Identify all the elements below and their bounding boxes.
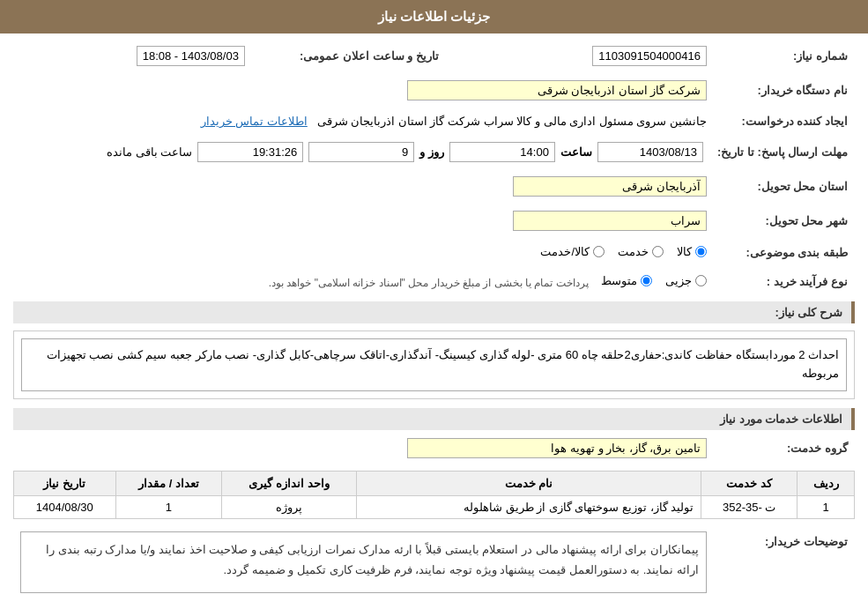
info-table-row6: شهر محل تحویل: سراب [13,207,855,234]
creator-link[interactable]: اطلاعات تماس خریدار [201,115,308,128]
buyer-org-label: نام دستگاه خریدار: [714,77,855,104]
info-table-row4: مهلت ارسال پاسخ: تا تاریخ: 1403/08/13 سا… [13,138,855,166]
category-label: طبقه بندی موضوعی: [714,241,855,264]
province-display: آذربایجان شرقی [513,176,707,197]
page-title: جزئیات اطلاعات نیاز [378,9,490,24]
info-table-row7: طبقه بندی موضوعی: کالا خدمت [13,241,855,264]
creator-label: ایجاد کننده درخواست: [714,111,855,131]
buyer-org-value: شرکت گاز استان اذربایجان شرقی [13,77,714,104]
announcement-display: 1403/08/03 - 18:08 [137,46,245,66]
need-number-value: 1103091504000416 [464,42,714,70]
province-label: استان محل تحویل: [714,173,855,200]
info-table-row1: شماره نیاز: 1103091504000416 تاریخ و ساع… [13,42,855,70]
purchase-radio-jozi[interactable]: جزیی [665,274,707,287]
services-table: ردیف کد خدمت نام خدمت واحد اندازه گیری ت… [13,471,855,519]
info-table-row5: استان محل تحویل: آذربایجان شرقی [13,173,855,200]
deadline-days-label: روز و [419,145,444,159]
city-display: سراب [513,211,707,231]
purchase-motavasset-label: متوسط [601,274,637,287]
description-section: احداث 2 موردابستگاه حفاظت کاندی:حفاری2حل… [13,330,855,399]
creator-display: جانشین سروی مسئول اداری مالی و کالا سراب… [317,115,707,128]
category-radio-kala-khedmat[interactable]: کالا/خدمت [540,245,605,258]
cell-unit: پروژه [222,496,356,519]
col-row: ردیف [798,472,855,496]
category-radio-khedmat[interactable]: خدمت [618,245,664,258]
purchase-type-options: جزیی متوسط پرداخت تمام یا بخشی از مبلغ خ… [13,271,714,293]
announcement-label: تاریخ و ساعت اعلان عمومی: [252,42,446,70]
deadline-remaining: 19:31:26 [197,142,303,162]
cell-service-code: ت -35-352 [701,496,798,519]
deadline-value: 1403/08/13 ساعت 14:00 روز و 9 19:31:26 س… [13,138,710,166]
category-khedmat-label: خدمت [618,245,649,258]
purchase-type-label: نوع فرآیند خرید : [714,271,855,293]
purchase-note: پرداخت تمام یا بخشی از مبلغ خریدار محل "… [269,277,589,289]
info-table-row3: ایجاد کننده درخواست: جانشین سروی مسئول ا… [13,111,855,131]
announcement-value: 1403/08/03 - 18:08 [13,42,252,70]
page-container: جزئیات اطلاعات نیاز شماره نیاز: 11030915… [0,0,868,609]
category-kala-khedmat-label: کالا/خدمت [540,245,590,258]
col-unit: واحد اندازه گیری [222,472,356,496]
creator-value: جانشین سروی مسئول اداری مالی و کالا سراب… [13,111,714,131]
need-number-label: شماره نیاز: [714,42,855,70]
info-table-row8: نوع فرآیند خرید : جزیی متوسط پرداخت [13,271,855,293]
description-section-title: شرح کلی نیاز: [13,301,855,323]
purchase-radio-motavasset[interactable]: متوسط [601,274,652,287]
deadline-time: 14:00 [449,142,555,162]
notes-text: پیمانکاران برای ارائه پیشنهاد مالی در اس… [20,531,707,593]
table-row: 1 ت -35-352 تولید گاز، توزیع سوختهای گاز… [14,496,855,519]
deadline-date: 1403/08/13 [597,142,703,162]
service-group-label: گروه خدمت: [714,434,855,462]
city-label: شهر محل تحویل: [714,207,855,234]
deadline-time-label: ساعت [560,145,592,159]
city-value: سراب [13,207,714,234]
category-radio-kala[interactable]: کالا [677,245,707,258]
cell-service-name: تولید گاز، توزیع سوختهای گازی از طریق شا… [356,496,701,519]
notes-table: توضیحات خریدار: پیمانکاران برای ارائه پی… [13,528,855,597]
buyer-org-display: شرکت گاز استان اذربایجان شرقی [407,80,707,100]
cell-quantity: 1 [115,496,222,519]
info-table-row2: نام دستگاه خریدار: شرکت گاز استان اذربای… [13,77,855,104]
deadline-days: 9 [308,142,414,162]
col-service-name: نام خدمت [356,472,701,496]
notes-label: توضیحات خریدار: [714,528,855,597]
service-group-display: تامین برق، گاز، بخار و تهویه هوا [407,438,707,458]
service-group-value: تامین برق، گاز، بخار و تهویه هوا [13,434,714,462]
province-value: آذربایجان شرقی [13,173,714,200]
page-header: جزئیات اطلاعات نیاز [0,0,868,33]
need-number-display: 1103091504000416 [592,46,707,66]
deadline-remaining-label: ساعت باقی مانده [107,145,192,159]
cell-row: 1 [798,496,855,519]
category-options: کالا خدمت کالا/خدمت [13,241,714,264]
category-kala-label: کالا [677,245,692,258]
cell-date: 1404/08/30 [14,496,116,519]
description-text: احداث 2 موردابستگاه حفاظت کاندی:حفاری2حل… [21,338,847,391]
col-date: تاریخ نیاز [14,472,116,496]
col-service-code: کد خدمت [701,472,798,496]
services-section-title: اطلاعات خدمات مورد نیاز [13,408,855,430]
deadline-label: مهلت ارسال پاسخ: تا تاریخ: [710,138,855,166]
notes-value: پیمانکاران برای ارائه پیشنهاد مالی در اس… [13,528,714,597]
purchase-jozi-label: جزیی [665,274,692,287]
col-quantity: تعداد / مقدار [115,472,222,496]
service-group-table: گروه خدمت: تامین برق، گاز، بخار و تهویه … [13,434,855,462]
content-area: شماره نیاز: 1103091504000416 تاریخ و ساع… [0,33,868,609]
